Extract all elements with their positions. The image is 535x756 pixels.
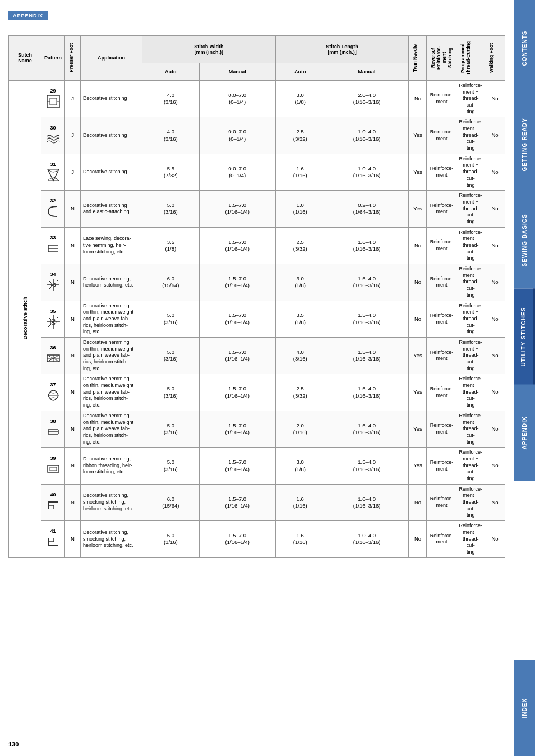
walking-foot-cell: No: [485, 227, 505, 264]
application-cell: Decorative hemming, heirloom stitching, …: [81, 264, 142, 301]
header-sl-manual: Manual: [325, 63, 409, 81]
sl-manual-cell: 1.5–4.0 (1/16–3/16): [325, 448, 409, 484]
application-cell: Decorative stitching: [81, 154, 142, 190]
stitch-table: Stitch Name Pattern Presser Foot Applica…: [8, 35, 505, 558]
application-cell: Lace sewing, decora- tive hemming, heir-…: [81, 227, 142, 264]
header-presser-foot: Presser Foot: [65, 36, 81, 81]
reverse-cell: Reinforce- ment: [427, 154, 456, 190]
reverse-cell: Reinforce- ment: [427, 374, 456, 411]
presser-foot-cell: N: [65, 374, 81, 411]
header-sl-auto: Auto: [275, 63, 325, 81]
reverse-cell: Reinforce- ment: [427, 301, 456, 337]
programmed-cell: Reinforce- ment + thread-cut- ting: [456, 411, 485, 447]
sidebar-item-contents[interactable]: CONTENTS: [514, 0, 535, 96]
twin-needle-cell: Yes: [409, 117, 427, 154]
application-cell: Decorative hemming, ribbon threading, he…: [81, 448, 142, 484]
header-application: Application: [81, 36, 142, 81]
walking-foot-cell: No: [485, 337, 505, 374]
sl-manual-cell: 2.0–4.0 (1/16–3/16): [325, 80, 409, 117]
sw-manual-cell: 1.5–7.0 (1/16–1/4): [199, 301, 275, 337]
walking-foot-cell: No: [485, 374, 505, 411]
pattern-cell: 32: [41, 191, 65, 227]
twin-needle-cell: No: [409, 80, 427, 117]
sw-manual-cell: 1.5–7.0 (1/16–1/4): [199, 448, 275, 484]
sl-manual-cell: 0.2–4.0 (1/64–3/16): [325, 191, 409, 227]
pattern-cell: 33: [41, 227, 65, 264]
sl-auto-cell: 2.5 (3/32): [275, 227, 325, 264]
sw-manual-cell: 0.0–7.0 (0–1/4): [199, 80, 275, 117]
sl-manual-cell: 1.0–4.0 (1/16–3/16): [325, 154, 409, 190]
header-pattern: Pattern: [41, 36, 65, 81]
sw-auto-cell: 5.0 (3/16): [142, 191, 200, 227]
pattern-cell: 35: [41, 301, 65, 337]
presser-foot-cell: N: [65, 191, 81, 227]
twin-needle-cell: No: [409, 227, 427, 264]
sl-manual-cell: 1.5–4.0 (1/16–3/16): [325, 374, 409, 411]
sl-auto-cell: 2.5 (3/32): [275, 374, 325, 411]
application-cell: Decorative hemming on thin, mediumweight…: [81, 411, 142, 447]
sw-manual-cell: 1.5–7.0 (1/16–1/4): [199, 411, 275, 447]
application-cell: Decorative hemming on thin, mediumweight…: [81, 374, 142, 411]
table-row: 31JDecorative stitching5.5 (7/32)0.0–7.0…: [9, 154, 505, 190]
sl-auto-cell: 3.0 (1/8): [275, 264, 325, 301]
presser-foot-cell: J: [65, 154, 81, 190]
reverse-cell: Reinforce- ment: [427, 484, 456, 520]
svg-rect-31: [50, 467, 57, 471]
sidebar-item-getting-ready[interactable]: GETTING READY: [514, 96, 535, 193]
sw-auto-cell: 5.0 (3/16): [142, 411, 200, 447]
application-cell: Decorative stitching, smocking stitching…: [81, 484, 142, 520]
twin-needle-cell: Yes: [409, 448, 427, 484]
header-twin-needle: Twin Needle: [409, 36, 427, 81]
pattern-cell: 37: [41, 374, 65, 411]
sw-auto-cell: 5.5 (7/32): [142, 154, 200, 190]
programmed-cell: Reinforce- ment + thread-cut- ting: [456, 301, 485, 337]
sl-auto-cell: 1.0 (1/16): [275, 191, 325, 227]
programmed-cell: Reinforce- ment + thread-cut- ting: [456, 448, 485, 484]
sl-manual-cell: 1.5–4.0 (1/16–3/16): [325, 337, 409, 374]
sl-auto-cell: 4.0 (3/16): [275, 337, 325, 374]
header-reverse: Reverse/Reinforce-mentStitching: [427, 36, 456, 81]
table-row: 40NDecorative stitching, smocking stitch…: [9, 484, 505, 520]
table-row: 39NDecorative hemming, ribbon threading,…: [9, 448, 505, 484]
programmed-cell: Reinforce- ment + thread-cut- ting: [456, 374, 485, 411]
twin-needle-cell: No: [409, 521, 427, 557]
presser-foot-cell: J: [65, 117, 81, 154]
header-programmed: ProgrammedThread-Cutting: [456, 36, 485, 81]
presser-foot-cell: N: [65, 301, 81, 337]
sw-manual-cell: 1.5–7.0 (1/16–1/4): [199, 374, 275, 411]
programmed-cell: Reinforce- ment + thread-cut- ting: [456, 191, 485, 227]
sw-auto-cell: 5.0 (3/16): [142, 301, 200, 337]
presser-foot-cell: N: [65, 521, 81, 557]
twin-needle-cell: Yes: [409, 191, 427, 227]
sidebar-item-appendix[interactable]: APPENDIX: [514, 385, 535, 481]
reverse-cell: Reinforce- ment: [427, 191, 456, 227]
table-row: 32NDecorative stitching and elastic-atta…: [9, 191, 505, 227]
application-cell: Decorative stitching, smocking stitching…: [81, 521, 142, 557]
reverse-cell: Reinforce- ment: [427, 227, 456, 264]
walking-foot-cell: No: [485, 411, 505, 447]
header-sw-manual: Manual: [199, 63, 275, 81]
presser-foot-cell: N: [65, 484, 81, 520]
svg-rect-1: [50, 98, 57, 105]
sw-auto-cell: 5.0 (3/16): [142, 521, 200, 557]
walking-foot-cell: No: [485, 154, 505, 190]
sw-manual-cell: 0.0–7.0 (0–1/4): [199, 154, 275, 190]
sw-auto-cell: 3.5 (1/8): [142, 227, 200, 264]
sl-auto-cell: 2.5 (3/32): [275, 117, 325, 154]
sl-manual-cell: 1.5–4.0 (1/16–3/16): [325, 301, 409, 337]
table-row: 37NDecorative hemming on thin, mediumwei…: [9, 374, 505, 411]
sidebar-item-index[interactable]: INDEX: [514, 660, 535, 757]
presser-foot-cell: N: [65, 264, 81, 301]
svg-rect-30: [48, 465, 59, 472]
presser-foot-cell: J: [65, 80, 81, 117]
programmed-cell: Reinforce- ment + thread-cut- ting: [456, 117, 485, 154]
sl-manual-cell: 1.0–4.0 (1/16–3/16): [325, 484, 409, 520]
sw-auto-cell: 6.0 (15/64): [142, 484, 200, 520]
twin-needle-cell: Yes: [409, 337, 427, 374]
twin-needle-cell: No: [409, 264, 427, 301]
sidebar-item-sewing-basics[interactable]: SEWING BASICS: [514, 192, 535, 289]
sw-manual-cell: 1.5–7.0 (1/16–1/4): [199, 264, 275, 301]
stitch-group-label: Decorative stitch: [9, 80, 41, 557]
header-stitch-width: Stitch Width[mm (inch.)]: [142, 36, 276, 63]
sidebar-item-utility-stitches[interactable]: UTILITY STITCHES: [514, 289, 535, 385]
